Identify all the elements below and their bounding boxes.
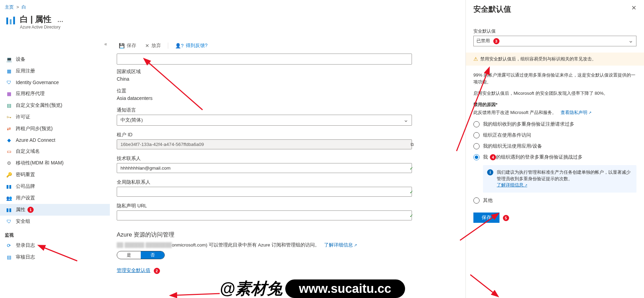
toggle-yes[interactable]: 是 bbox=[117, 251, 141, 259]
toggle-no[interactable]: 否 bbox=[141, 251, 164, 259]
info-text: 我们建议为执行管理和标准生产力任务创建单独的帐户，以显著减少管理员收到多重身份验… bbox=[497, 170, 631, 181]
security-defaults-select[interactable]: 已禁用 3 bbox=[473, 36, 636, 46]
nav-icon: ▤ bbox=[5, 103, 13, 108]
nav-collapse-icon[interactable]: « bbox=[101, 41, 111, 47]
radio-circle[interactable] bbox=[473, 197, 480, 204]
sidebar-item-14[interactable]: 🛡安全组 bbox=[0, 216, 110, 227]
info-learn-more-link[interactable]: 了解详细信息 bbox=[497, 183, 527, 187]
tech-contact-input[interactable] bbox=[117, 163, 412, 173]
toolbar-separator bbox=[168, 43, 168, 49]
toolbar: 💾 保存 ✕ 放弃 👤? 得到反馈? bbox=[117, 41, 419, 54]
location-label: 位置 bbox=[117, 88, 419, 94]
nav-label: 许可证 bbox=[16, 114, 30, 120]
nav-icon: ⇄ bbox=[5, 126, 13, 131]
annotation-badge-2: 2 bbox=[154, 268, 160, 274]
access-management-desc: onmicrosoft.com) 可以管理此目录中所有 Azure 订阅和管理组… bbox=[172, 242, 320, 248]
flyout-title: 安全默认值 bbox=[473, 4, 511, 14]
feedback-icon: 👤? bbox=[175, 43, 184, 48]
learn-more-link[interactable]: 了解详细信息 bbox=[324, 242, 357, 248]
radio-circle[interactable] bbox=[473, 121, 480, 127]
more-icon[interactable]: … bbox=[57, 16, 64, 23]
nav-section-monitoring: 监视 bbox=[0, 227, 110, 240]
radio-circle[interactable] bbox=[473, 154, 480, 160]
radio-circle[interactable] bbox=[473, 132, 480, 138]
nav-label: 属性 bbox=[16, 207, 25, 213]
nav-label: 设备 bbox=[16, 56, 25, 62]
sidebar-monitoring-item-1[interactable]: ▤审核日志 bbox=[0, 251, 110, 263]
nav-icon: ⚙ bbox=[5, 160, 13, 166]
sidebar-item-8[interactable]: ▭自定义域名 bbox=[0, 146, 110, 157]
disable-reason-radio-3[interactable]: 我4的组织遇到的登录多重身份验证挑战过多 bbox=[473, 154, 636, 160]
radio-circle[interactable] bbox=[473, 143, 480, 149]
annotation-badge-5: 5 bbox=[503, 215, 509, 221]
save-button[interactable]: 💾 保存 bbox=[117, 42, 138, 49]
manage-security-defaults-link[interactable]: 管理安全默认值 bbox=[117, 267, 150, 274]
nav-label: 密码重置 bbox=[16, 172, 35, 178]
sidebar-item-5[interactable]: 🗝许可证 bbox=[0, 111, 110, 123]
watermark-right: www.sucaitu.cc bbox=[285, 279, 405, 298]
close-icon[interactable]: ✕ bbox=[631, 4, 636, 12]
sidebar-item-12[interactable]: 👥用户设置 bbox=[0, 192, 110, 204]
flyout-save-button[interactable]: 保存 bbox=[473, 213, 499, 223]
warning-banner: ⚠ 禁用安全默认值后，组织容易受到与标识相关的常见攻击。 bbox=[466, 53, 644, 66]
disable-reason-radio-1[interactable]: 组织正在使用条件访问 bbox=[473, 132, 636, 138]
discard-icon: ✕ bbox=[145, 43, 149, 48]
nav-icon: 🛡 bbox=[5, 80, 13, 85]
radio-label: 组织正在使用条件访问 bbox=[483, 132, 531, 138]
privacy-statement-link[interactable]: 查看隐私声明 bbox=[561, 110, 591, 115]
sidebar-item-11[interactable]: ▮▮公司品牌 bbox=[0, 181, 110, 192]
copy-icon[interactable]: ⧉ bbox=[407, 142, 417, 147]
access-toggle[interactable]: 是 否 bbox=[117, 251, 165, 259]
nav-icon: 💻 bbox=[5, 57, 13, 62]
breadcrumb: 主页 > 白 bbox=[0, 0, 110, 12]
sidebar-item-3[interactable]: ▦应用程序代理 bbox=[0, 88, 110, 100]
notif-lang-select[interactable]: 中文(简体) bbox=[117, 115, 412, 126]
save-icon: 💾 bbox=[119, 43, 125, 48]
sidebar-item-6[interactable]: ⇄跨租户同步(预览) bbox=[0, 123, 110, 135]
flyout-paragraph-1: 99% 的帐户泄露可以通过使用多重身份验证来停止，这是安全默认值设置提供的一项功… bbox=[473, 72, 636, 86]
svg-line-5 bbox=[175, 294, 220, 295]
disable-reason-radio-0[interactable]: 我的组织收到的多重身份验证注册请求过多 bbox=[473, 121, 636, 127]
nav-icon: ▦ bbox=[5, 68, 13, 74]
disable-reason-radio-2[interactable]: 我的组织无法使用应用/设备 bbox=[473, 143, 636, 149]
annotation-badge-4: 4 bbox=[490, 154, 496, 160]
sidebar-item-7[interactable]: ◆Azure AD Connect bbox=[0, 135, 110, 146]
check-icon: ✓ bbox=[406, 213, 416, 218]
privacy-url-input[interactable] bbox=[117, 210, 412, 220]
name-input[interactable] bbox=[117, 54, 412, 65]
svg-rect-2 bbox=[13, 17, 15, 25]
nav-icon: 🛡 bbox=[5, 219, 13, 224]
country-label: 国家或区域 bbox=[117, 69, 419, 75]
global-privacy-label: 全局隐私联系人 bbox=[117, 179, 419, 185]
page-subtitle: Azure Active Directory bbox=[20, 25, 64, 30]
breadcrumb-sep: > bbox=[16, 4, 19, 10]
sidebar-item-4[interactable]: ▤自定义安全属性(预览) bbox=[0, 100, 110, 111]
annotation-badge-1: 1 bbox=[27, 207, 34, 213]
svg-rect-0 bbox=[7, 18, 8, 24]
nav-label: 用户设置 bbox=[16, 195, 35, 201]
disable-reason-radio-4[interactable]: 其他 bbox=[473, 197, 636, 204]
sidebar-monitoring-item-0[interactable]: ⟳登录日志 bbox=[0, 240, 110, 251]
sidebar-item-0[interactable]: 💻设备 bbox=[0, 54, 110, 65]
discard-button[interactable]: ✕ 放弃 bbox=[143, 42, 163, 49]
nav-icon: ▮▮ bbox=[5, 207, 13, 213]
nav-label: 审核日志 bbox=[16, 254, 35, 260]
svg-rect-1 bbox=[10, 19, 12, 24]
sidebar-item-9[interactable]: ⚙移动性(MDM 和 MAM) bbox=[0, 157, 110, 169]
nav-icon: ▤ bbox=[5, 254, 13, 260]
global-privacy-input[interactable] bbox=[117, 187, 412, 197]
breadcrumb-tenant[interactable]: 白 bbox=[22, 4, 26, 10]
watermark-left: @素材兔 bbox=[220, 278, 283, 298]
side-nav: 💻设备▦应用注册🛡Identity Governance▦应用程序代理▤自定义安… bbox=[0, 54, 110, 298]
nav-label: 公司品牌 bbox=[16, 183, 35, 190]
sidebar-item-2[interactable]: 🛡Identity Governance bbox=[0, 77, 110, 88]
breadcrumb-home[interactable]: 主页 bbox=[5, 4, 14, 10]
access-management-heading: Azure 资源的访问管理 bbox=[117, 231, 419, 239]
sidebar-item-13[interactable]: ▮▮属性1 bbox=[0, 204, 110, 216]
sidebar-item-10[interactable]: 🔑密码重置 bbox=[0, 169, 110, 181]
nav-label: 跨租户同步(预览) bbox=[16, 126, 53, 132]
feedback-button[interactable]: 👤? 得到反馈? bbox=[173, 42, 210, 49]
flyout-paragraph-2: 启用安全默认值后，Micorosoft 的安全团队发现入侵率下降了 80%。 bbox=[473, 90, 636, 97]
nav-icon: 👥 bbox=[5, 195, 13, 201]
sidebar-item-1[interactable]: ▦应用注册 bbox=[0, 65, 110, 77]
